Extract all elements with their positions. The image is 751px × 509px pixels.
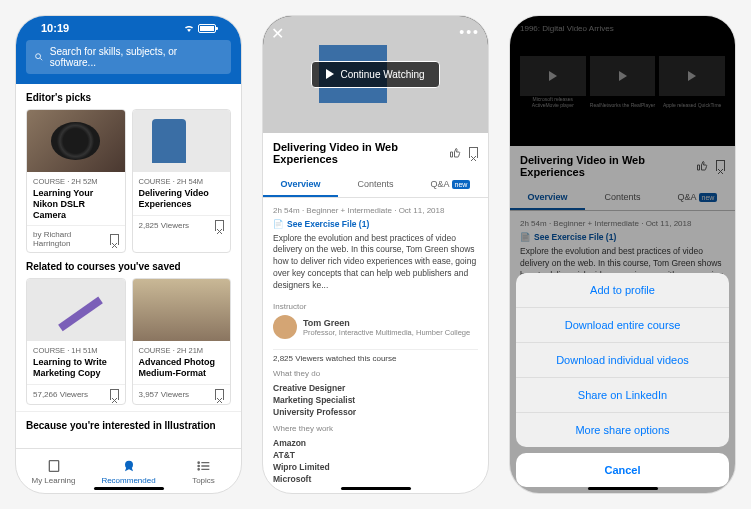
new-badge: new bbox=[452, 180, 471, 189]
svg-rect-2 bbox=[49, 460, 58, 471]
course-card[interactable]: COURSE · 2h 54m Delivering Video Experie… bbox=[132, 109, 232, 253]
instructor-name: Tom Green bbox=[303, 318, 470, 328]
like-icon[interactable] bbox=[449, 147, 461, 159]
card-image bbox=[133, 110, 231, 172]
tab-contents[interactable]: Contents bbox=[338, 173, 413, 197]
home-indicator[interactable] bbox=[94, 487, 164, 490]
home-indicator[interactable] bbox=[341, 487, 411, 490]
close-icon[interactable]: ✕ bbox=[271, 24, 284, 43]
card-title: Advanced Photog Medium-Format bbox=[139, 357, 225, 379]
bookmark-icon[interactable] bbox=[215, 220, 224, 231]
status-icons bbox=[183, 22, 216, 34]
wifi-icon bbox=[183, 22, 195, 34]
card-viewers: 2,825 Viewers bbox=[139, 221, 190, 230]
card-image bbox=[133, 279, 231, 341]
sheet-share-linkedin[interactable]: Share on LinkedIn bbox=[516, 378, 729, 413]
tab-topics[interactable]: Topics bbox=[166, 449, 241, 493]
where-label: Where they work bbox=[273, 424, 478, 433]
detail-header: Delivering Video in Web Experiences bbox=[263, 133, 488, 173]
phone-screen-sheet: 1996: Digital Video Arrives Microsoft re… bbox=[509, 15, 736, 494]
sheet-download-course[interactable]: Download entire course bbox=[516, 308, 729, 343]
course-card[interactable]: COURSE · 2h 21m Advanced Photog Medium-F… bbox=[132, 278, 232, 405]
course-description: Explore the evolution and best practices… bbox=[273, 233, 478, 292]
sheet-download-videos[interactable]: Download individual videos bbox=[516, 343, 729, 378]
more-icon[interactable]: ••• bbox=[459, 24, 480, 43]
course-card[interactable]: COURSE · 1h 51m Learning to Write Market… bbox=[26, 278, 126, 405]
sheet-cancel[interactable]: Cancel bbox=[516, 453, 729, 487]
search-icon bbox=[34, 52, 44, 62]
card-image bbox=[27, 279, 125, 341]
card-meta: COURSE · 2h 54m bbox=[139, 177, 225, 186]
sheet-options: Add to profile Download entire course Do… bbox=[516, 273, 729, 447]
search-placeholder: Search for skills, subjects, or software… bbox=[50, 46, 223, 68]
status-time: 10:19 bbox=[41, 22, 69, 34]
status-bar: 10:19 bbox=[26, 16, 231, 40]
bookmark-icon[interactable] bbox=[110, 234, 119, 245]
svg-point-0 bbox=[36, 54, 41, 59]
cards-row-1: COURSE · 2h 52m Learning Your Nikon DSLR… bbox=[16, 109, 241, 253]
bookmark-icon[interactable] bbox=[110, 389, 119, 400]
bookmark-icon[interactable] bbox=[469, 147, 478, 158]
svg-line-1 bbox=[40, 58, 42, 60]
tab-overview[interactable]: Overview bbox=[263, 173, 338, 197]
card-title: Learning Your Nikon DSLR Camera bbox=[33, 188, 119, 220]
sheet-add-profile[interactable]: Add to profile bbox=[516, 273, 729, 308]
card-viewers: 3,957 Viewers bbox=[139, 390, 190, 399]
bookmark-icon[interactable] bbox=[215, 389, 224, 400]
svg-point-7 bbox=[198, 462, 199, 463]
badge-icon bbox=[121, 458, 137, 474]
what-label: What they do bbox=[273, 369, 478, 378]
course-card[interactable]: COURSE · 2h 52m Learning Your Nikon DSLR… bbox=[26, 109, 126, 253]
card-viewers: 57,266 Viewers bbox=[33, 390, 88, 399]
play-icon bbox=[326, 69, 334, 79]
instructor-label: Instructor bbox=[273, 302, 478, 311]
instructor-row[interactable]: Tom Green Professor, Interactive Multime… bbox=[273, 315, 478, 339]
svg-point-9 bbox=[198, 468, 199, 469]
home-content: Editor's picks COURSE · 2h 52m Learning … bbox=[16, 84, 241, 448]
section-related: Related to courses you've saved bbox=[16, 253, 241, 278]
instructor-role: Professor, Interactive Multimedia, Humbe… bbox=[303, 328, 470, 337]
section-editor-picks: Editor's picks bbox=[16, 84, 241, 109]
search-input[interactable]: Search for skills, subjects, or software… bbox=[26, 40, 231, 74]
companies-list: Amazon AT&T Wipro Limited Microsoft bbox=[273, 437, 478, 485]
viewers-count: 2,825 Viewers watched this course bbox=[273, 354, 478, 363]
phone-screen-detail: ✕ ••• Continue Watching Delivering Video… bbox=[262, 15, 489, 494]
card-image bbox=[27, 110, 125, 172]
card-author: by Richard Harrington bbox=[33, 230, 110, 248]
tab-qa[interactable]: Q&Anew bbox=[413, 173, 488, 197]
action-sheet: Add to profile Download entire course Do… bbox=[510, 267, 735, 493]
course-title: Delivering Video in Web Experiences bbox=[273, 141, 449, 165]
list-icon bbox=[196, 458, 212, 474]
exercise-file-link[interactable]: 📄 See Exercise File (1) bbox=[273, 219, 478, 229]
card-meta: COURSE · 2h 52m bbox=[33, 177, 119, 186]
course-meta: 2h 54m · Beginner + Intermediate · Oct 1… bbox=[273, 206, 478, 215]
battery-icon bbox=[198, 24, 216, 33]
phone-screen-home: 10:19 Search for skills, subjects, or so… bbox=[15, 15, 242, 494]
detail-body: 2h 54m · Beginner + Intermediate · Oct 1… bbox=[263, 198, 488, 493]
avatar bbox=[273, 315, 297, 339]
card-title: Delivering Video Experiences bbox=[139, 188, 225, 210]
book-icon bbox=[46, 458, 62, 474]
sheet-more-share[interactable]: More share options bbox=[516, 413, 729, 447]
svg-point-8 bbox=[198, 465, 199, 466]
continue-watching-button[interactable]: Continue Watching bbox=[311, 61, 439, 88]
section-because: Because you're interested in Illustratio… bbox=[16, 411, 241, 437]
card-title: Learning to Write Marketing Copy bbox=[33, 357, 119, 379]
card-meta: COURSE · 1h 51m bbox=[33, 346, 119, 355]
header: 10:19 Search for skills, subjects, or so… bbox=[16, 16, 241, 84]
cards-row-2: COURSE · 1h 51m Learning to Write Market… bbox=[16, 278, 241, 405]
video-player[interactable]: ✕ ••• Continue Watching bbox=[263, 16, 488, 133]
detail-tabs: Overview Contents Q&Anew bbox=[263, 173, 488, 198]
tab-my-learning[interactable]: My Learning bbox=[16, 449, 91, 493]
roles-list: Creative Designer Marketing Specialist U… bbox=[273, 382, 478, 418]
card-meta: COURSE · 2h 21m bbox=[139, 346, 225, 355]
